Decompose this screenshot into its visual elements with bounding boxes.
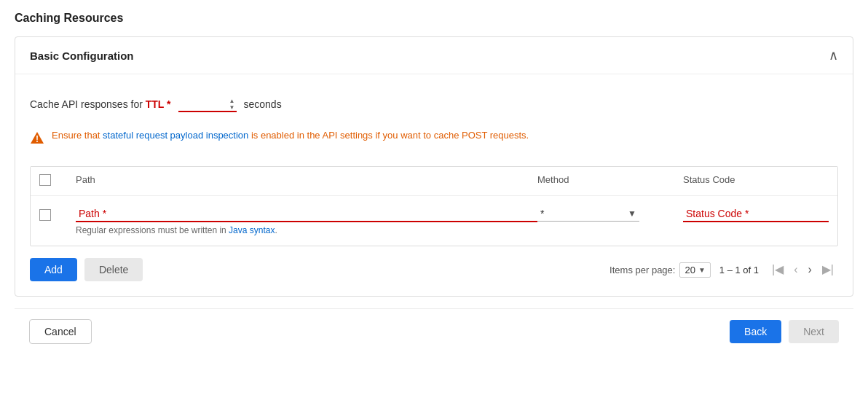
per-page-dropdown-icon: ▼ (698, 266, 706, 274)
path-input-wrapper (76, 206, 537, 222)
footer-right: Back Next (730, 320, 839, 343)
card-header-title: Basic Configuration (30, 50, 134, 62)
back-button[interactable]: Back (730, 320, 781, 343)
per-page-value: 20 (684, 265, 695, 275)
seconds-label: seconds (244, 98, 282, 110)
card-header: Basic Configuration ∧ (15, 37, 853, 74)
ttl-prefix-label: Cache API responses for TTL * (30, 98, 171, 110)
header-checkbox[interactable] (39, 174, 51, 186)
nav-first-button[interactable]: |◀ (768, 261, 788, 278)
path-input[interactable] (76, 206, 537, 222)
next-button[interactable]: Next (789, 320, 839, 343)
add-button[interactable]: Add (30, 258, 77, 281)
method-select[interactable]: * ▼ (537, 206, 639, 222)
header-status-code: Status Code (683, 174, 829, 188)
ttl-spinner[interactable]: ▲ ▼ (229, 98, 235, 111)
page-info: 1 – 1 of 1 (719, 265, 759, 275)
row-checkbox-wrapper (39, 206, 76, 221)
warning-link[interactable]: stateful request payload inspection (103, 130, 248, 141)
page-title: Caching Resources (15, 12, 853, 25)
card-body: Cache API responses for TTL * ▲ ▼ second… (15, 74, 853, 296)
header-checkbox-cell (39, 174, 76, 188)
nav-last-button[interactable]: ▶| (818, 261, 838, 278)
table-footer: Add Delete Items per page: 20 ▼ 1 – 1 of… (30, 258, 838, 281)
java-syntax-link[interactable]: Java syntax (229, 225, 275, 235)
ttl-field-label: TTL * (146, 98, 171, 110)
warning-icon: ! (30, 130, 44, 149)
nav-next-button[interactable]: › (804, 261, 816, 278)
items-per-page-label: Items per page: (609, 265, 675, 275)
cancel-button[interactable]: Cancel (29, 319, 92, 344)
status-code-input[interactable] (683, 206, 829, 222)
table-header: Path Method Status Code (31, 167, 837, 196)
ttl-row: Cache API responses for TTL * ▲ ▼ second… (30, 96, 838, 112)
svg-text:!: ! (36, 134, 39, 144)
table-row: Regular expressions must be written in J… (31, 196, 837, 246)
nav-icons: |◀ ‹ › ▶| (768, 261, 838, 278)
ttl-input-wrapper: ▲ ▼ (178, 96, 237, 112)
collapse-icon[interactable]: ∧ (829, 47, 838, 63)
delete-button[interactable]: Delete (84, 258, 143, 281)
nav-prev-button[interactable]: ‹ (789, 261, 802, 278)
page-wrapper: Caching Resources Basic Configuration ∧ … (0, 0, 868, 366)
page-footer: Cancel Back Next (15, 308, 853, 354)
main-card: Basic Configuration ∧ Cache API response… (15, 36, 853, 297)
method-cell: * ▼ (537, 206, 683, 222)
method-dropdown-icon: ▼ (628, 208, 636, 219)
row-checkbox[interactable] (39, 209, 51, 221)
per-page-select[interactable]: 20 ▼ (679, 262, 710, 278)
items-per-page: Items per page: 20 ▼ (609, 262, 711, 278)
action-buttons: Add Delete (30, 258, 143, 281)
warning-box: ! Ensure that stateful request payload i… (30, 127, 838, 152)
warning-text: Ensure that stateful request payload ins… (52, 130, 529, 141)
path-hint: Regular expressions must be written in J… (76, 225, 537, 235)
status-code-cell (683, 206, 829, 222)
cache-table: Path Method Status Code Regular expres (30, 166, 838, 246)
header-path: Path (76, 174, 537, 188)
path-cell: Regular expressions must be written in J… (76, 206, 537, 235)
ttl-input[interactable] (178, 96, 237, 112)
header-method: Method (537, 174, 683, 188)
method-value: * (540, 208, 628, 219)
pagination-area: Items per page: 20 ▼ 1 – 1 of 1 |◀ ‹ › ▶… (609, 261, 838, 278)
